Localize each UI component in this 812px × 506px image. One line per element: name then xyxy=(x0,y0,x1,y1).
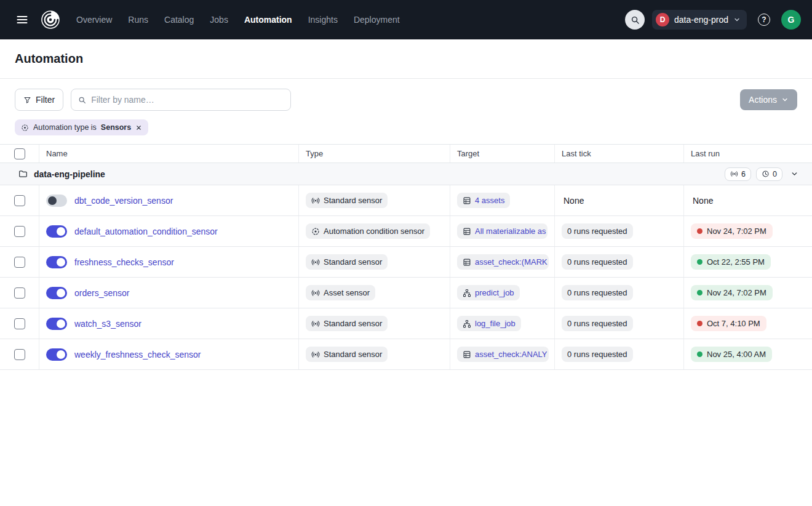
folder-icon xyxy=(18,169,28,179)
sensor-toggle[interactable] xyxy=(46,318,67,330)
filter-button[interactable]: Filter xyxy=(15,89,63,111)
hamburger-icon xyxy=(16,14,28,26)
filter-chip-automation-type: Automation type is Sensors xyxy=(15,119,148,135)
sensor-name-link[interactable]: default_automation_condition_sensor xyxy=(74,227,218,236)
deployment-avatar: D xyxy=(656,13,669,26)
sensor-name-link[interactable]: weekly_freshness_check_sensor xyxy=(74,350,201,359)
sensor-icon xyxy=(311,350,320,359)
table-row: dbt_code_version_sensor Standard sensor … xyxy=(0,185,812,216)
row-checkbox[interactable] xyxy=(14,287,25,299)
deployment-switcher[interactable]: D data-eng-prod xyxy=(652,10,747,30)
remove-filter-button[interactable] xyxy=(135,124,142,131)
hamburger-menu-button[interactable] xyxy=(11,9,33,31)
sensor-name-link[interactable]: freshness_checks_sensor xyxy=(74,257,174,267)
sensor-icon xyxy=(311,289,320,297)
nav-item-catalog[interactable]: Catalog xyxy=(164,15,194,25)
sensor-toggle[interactable] xyxy=(46,225,67,238)
last-run-badge[interactable]: Oct 7, 4:10 PM xyxy=(691,316,766,331)
sensor-name-link[interactable]: orders_sensor xyxy=(74,288,130,298)
success-status-dot xyxy=(697,290,703,295)
global-search-button[interactable] xyxy=(625,10,645,30)
sensor-type-badge: Standard sensor xyxy=(306,316,388,331)
dagster-logo[interactable] xyxy=(38,7,63,32)
job-icon xyxy=(463,319,471,328)
last-tick-badge: 0 runs requested xyxy=(562,316,633,331)
filter-button-label: Filter xyxy=(36,95,55,105)
toolbar: Filter Actions xyxy=(0,79,812,119)
code-location-name: data-eng-pipeline xyxy=(34,169,105,179)
asset-icon xyxy=(463,258,471,267)
funnel-icon xyxy=(23,96,31,104)
nav-item-overview[interactable]: Overview xyxy=(76,15,112,25)
column-header-target: Target xyxy=(450,145,555,163)
job-icon xyxy=(463,289,471,297)
last-run-badge[interactable]: Nov 25, 4:00 AM xyxy=(691,347,772,362)
success-status-dot xyxy=(697,259,703,265)
target-link[interactable]: All materializable as xyxy=(457,223,547,239)
target-link[interactable]: asset_check:(MARK xyxy=(457,254,549,270)
nav-item-jobs[interactable]: Jobs xyxy=(210,15,228,25)
sensor-toggle[interactable] xyxy=(46,287,67,299)
asset-icon xyxy=(463,196,471,205)
page-title-bar: Automation xyxy=(0,39,812,79)
automation-type-icon xyxy=(21,124,29,132)
target-link[interactable]: log_file_job xyxy=(457,316,521,331)
last-run-badge[interactable]: Oct 22, 2:55 PM xyxy=(691,254,771,270)
row-checkbox[interactable] xyxy=(14,349,25,360)
target-link[interactable]: 4 assets xyxy=(457,193,510,208)
group-collapse-button[interactable] xyxy=(787,167,801,181)
user-avatar[interactable]: G xyxy=(781,10,801,30)
target-link[interactable]: asset_check:ANALY xyxy=(457,347,549,362)
filter-chip-value: Sensors xyxy=(101,123,131,132)
sensors-table: Name Type Target Last tick Last run data… xyxy=(0,144,812,370)
nav-item-insights[interactable]: Insights xyxy=(308,15,338,25)
table-header: Name Type Target Last tick Last run xyxy=(0,144,812,163)
filter-chip-prefix: Automation type is xyxy=(33,123,97,132)
automation-condition-icon xyxy=(311,227,320,236)
asset-icon xyxy=(463,227,471,236)
actions-button[interactable]: Actions xyxy=(740,89,797,110)
row-checkbox[interactable] xyxy=(14,226,25,237)
chevron-down-icon xyxy=(781,96,789,103)
target-link[interactable]: predict_job xyxy=(457,285,520,300)
sensor-toggle[interactable] xyxy=(46,348,67,361)
row-checkbox[interactable] xyxy=(14,257,25,268)
sensor-toggle[interactable] xyxy=(46,256,67,268)
help-button[interactable] xyxy=(754,10,774,30)
search-icon xyxy=(78,96,86,104)
column-header-last-run: Last run xyxy=(684,145,812,163)
name-filter-box xyxy=(71,89,291,111)
row-checkbox[interactable] xyxy=(14,195,25,206)
applied-filters-row: Automation type is Sensors xyxy=(0,119,812,144)
last-run-value: None xyxy=(691,196,713,206)
last-tick-badge: 0 runs requested xyxy=(562,285,633,300)
schedule-count-badge: 0 xyxy=(756,167,782,181)
asset-icon xyxy=(463,350,471,359)
sensor-count-badge: 6 xyxy=(725,167,751,181)
column-header-last-tick: Last tick xyxy=(555,145,684,163)
table-row: orders_sensor Asset sensor predict_job 0… xyxy=(0,278,812,308)
table-row: default_automation_condition_sensor Auto… xyxy=(0,216,812,247)
table-row: watch_s3_sensor Standard sensor log_file… xyxy=(0,308,812,339)
clock-icon xyxy=(762,170,770,178)
main-nav: Overview Runs Catalog Jobs Automation In… xyxy=(76,15,400,25)
sensor-toggle[interactable] xyxy=(46,195,67,207)
sensor-type-badge: Asset sensor xyxy=(306,285,375,300)
last-tick-badge: 0 runs requested xyxy=(562,254,633,270)
sensor-name-link[interactable]: watch_s3_sensor xyxy=(74,319,141,329)
sensor-name-link[interactable]: dbt_code_version_sensor xyxy=(74,196,173,206)
select-all-checkbox[interactable] xyxy=(14,148,25,159)
top-nav: Overview Runs Catalog Jobs Automation In… xyxy=(0,0,812,39)
deployment-name: data-eng-prod xyxy=(674,15,728,25)
page-title: Automation xyxy=(15,52,797,66)
nav-item-runs[interactable]: Runs xyxy=(128,15,148,25)
nav-item-automation[interactable]: Automation xyxy=(244,15,292,25)
last-run-badge[interactable]: Nov 24, 7:02 PM xyxy=(691,223,773,239)
table-row: weekly_freshness_check_sensor Standard s… xyxy=(0,339,812,370)
column-header-type: Type xyxy=(299,145,450,163)
dagster-logo-icon xyxy=(39,8,62,31)
last-run-badge[interactable]: Nov 24, 7:02 PM xyxy=(691,285,773,300)
nav-item-deployment[interactable]: Deployment xyxy=(354,15,400,25)
row-checkbox[interactable] xyxy=(14,318,25,329)
name-filter-input[interactable] xyxy=(91,95,284,105)
